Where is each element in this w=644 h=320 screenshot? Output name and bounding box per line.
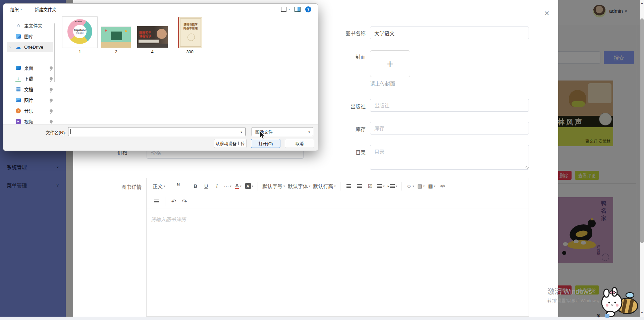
windows-watermark-line2: 转到“设置”以激活 Windows。 <box>547 297 602 304</box>
bars-glyph <box>357 184 362 188</box>
nav-item-desktop[interactable]: 桌面 <box>7 63 53 73</box>
file-item-1[interactable]: Capstone 毕业设计 A-Level 1 <box>60 16 100 55</box>
catalog-label: 目录 <box>325 149 366 156</box>
insert-table-dropdown[interactable]: ▦▾ <box>428 181 436 191</box>
new-folder-button[interactable]: 新建文件夹 <box>35 6 56 12</box>
scroll-up-icon[interactable]: ▲ <box>640 1 644 4</box>
file-item-300[interactable]: 课程与教学 的基本原理 300 <box>175 16 205 55</box>
insert-image-dropdown[interactable]: ▤▾ <box>417 181 425 191</box>
mascot-dressup-icon[interactable] <box>605 314 609 318</box>
stock-input[interactable] <box>370 122 529 135</box>
blockquote-icon[interactable]: “ <box>174 181 182 191</box>
thumb-text: 课程培训 <box>139 35 151 38</box>
nav-item-downloads[interactable]: ↓ 下载 <box>7 73 53 84</box>
font-color-icon: A <box>235 183 239 189</box>
mascot-pet[interactable] <box>599 285 639 319</box>
redo-icon[interactable]: ↷ <box>180 197 189 207</box>
pictures-glyph <box>16 98 21 102</box>
caret-down-icon: ▾ <box>252 184 254 188</box>
bullet-list-icon[interactable] <box>345 181 353 191</box>
bars-glyph <box>390 184 395 188</box>
bg-color-dropdown[interactable]: A▾ <box>245 181 254 191</box>
bars-glyph <box>346 184 351 188</box>
font-size-dropdown[interactable]: 默认字号▾ <box>262 181 285 191</box>
nav-item-onedrive[interactable]: › ☁ OneDrive <box>7 42 53 52</box>
emoji-dropdown[interactable]: ☺▾ <box>406 181 414 191</box>
publisher-label: 出版社 <box>325 103 366 110</box>
filename-input[interactable]: ∨ <box>68 127 246 136</box>
nav-label: 音乐 <box>24 107 33 114</box>
editor-toolbar-row1: 正文▾ “ B U I ⋯▾ A▾ A▾ 默认字号▾ 默认字体▾ 默认行高▾ ☑… <box>147 178 529 194</box>
cancel-button[interactable]: 取消 <box>285 139 314 148</box>
pin-icon <box>50 66 53 69</box>
file-label: 4 <box>134 49 171 54</box>
emoji-icon: ☺ <box>407 183 412 189</box>
page-scrollbar[interactable]: ▲ ▼ <box>640 0 644 317</box>
cloud-icon: ☁ <box>15 44 21 50</box>
code-block-icon[interactable]: </> <box>438 181 446 191</box>
nav-item-music[interactable]: ♪ 音乐 <box>7 106 53 116</box>
nav-item-pictures[interactable]: 图片 <box>7 95 53 105</box>
preview-pane-icon[interactable] <box>294 7 301 12</box>
thumb-dot <box>125 30 127 32</box>
bold-icon[interactable]: B <box>192 181 200 191</box>
help-icon[interactable]: ? <box>305 6 311 12</box>
font-family-dropdown[interactable]: 默认字体▾ <box>288 181 311 191</box>
caret-down-icon: ▾ <box>413 184 414 188</box>
home-icon: ⌂ <box>15 23 21 29</box>
table-icon: ▦ <box>428 183 433 189</box>
organize-menu[interactable]: 组织▾ <box>10 6 22 12</box>
more-styles-dropdown[interactable]: ⋯▾ <box>224 181 232 191</box>
align-dropdown[interactable]: ▾ <box>377 181 385 191</box>
videos-glyph: ▶ <box>16 119 21 124</box>
italic-icon[interactable]: I <box>213 181 221 191</box>
nav-item-home[interactable]: ⌂ 主文件夹 <box>7 20 53 31</box>
todo-list-icon[interactable]: ☑ <box>366 181 374 191</box>
underline-icon[interactable]: U <box>202 181 210 191</box>
file-thumbnail: 课程与教学 的基本原理 <box>178 17 202 48</box>
file-label: 2 <box>98 49 135 54</box>
indent-dropdown[interactable]: ▸▾ <box>388 181 397 191</box>
scroll-down-icon[interactable]: ▼ <box>640 311 644 314</box>
file-item-4[interactable]: 国际初中 课程培训 4 <box>134 16 171 55</box>
mascot-add-icon[interactable]: ⊕ <box>596 313 601 319</box>
nav-label: 主文件夹 <box>24 22 42 29</box>
resize-handle[interactable] <box>526 166 529 169</box>
nav-item-gallery[interactable]: 图库 <box>7 31 53 41</box>
file-item-2[interactable]: 2 <box>98 16 135 55</box>
expand-chevron-icon: › <box>9 45 11 49</box>
nav-label: 文档 <box>24 86 33 93</box>
cover-upload-box[interactable]: + <box>370 50 410 77</box>
gallery-glyph <box>16 34 21 39</box>
bg-color-icon: A <box>245 183 251 189</box>
close-icon[interactable]: ✕ <box>544 9 550 17</box>
fullscreen-menu-icon[interactable] <box>153 197 161 207</box>
thumb-text: 课程与教学 <box>179 23 202 26</box>
scrollbar-thumb[interactable] <box>640 18 644 243</box>
catalog-textarea[interactable] <box>370 145 529 170</box>
nav-label: 图片 <box>24 97 33 103</box>
font-color-dropdown[interactable]: A▾ <box>234 181 243 191</box>
editor-content-area[interactable]: 请输入图书详情 <box>147 209 529 229</box>
nav-item-documents[interactable]: 文档 <box>7 84 53 94</box>
line-height-dropdown[interactable]: 默认行高▾ <box>313 181 336 191</box>
thumb-text: 毕业设计 <box>76 32 84 35</box>
editor-toolbar-row2: ↶ ↷ <box>147 194 529 209</box>
undo-icon[interactable]: ↶ <box>170 197 178 207</box>
plus-icon: + <box>387 57 393 70</box>
view-mode-dropdown[interactable]: ▾ <box>281 7 290 12</box>
open-button[interactable]: 打开(O) <box>251 139 280 148</box>
paragraph-style-dropdown[interactable]: 正文▾ <box>153 181 165 191</box>
pin-icon <box>50 109 53 112</box>
mobile-upload-button[interactable]: 从移动设备上传 <box>214 139 247 148</box>
pin-icon <box>50 77 53 80</box>
nav-scrollbar[interactable] <box>54 23 55 82</box>
file-thumbnail: 国际初中 课程培训 <box>137 26 168 48</box>
nav-label: OneDrive <box>24 45 43 50</box>
publisher-input[interactable] <box>370 99 529 112</box>
ordered-list-icon[interactable] <box>356 181 364 191</box>
toolbar-divider <box>340 182 340 191</box>
file-thumbnail: Capstone 毕业设计 A-Level <box>62 16 98 48</box>
book-name-input[interactable] <box>370 26 529 39</box>
thumb-blackboard <box>111 32 122 40</box>
